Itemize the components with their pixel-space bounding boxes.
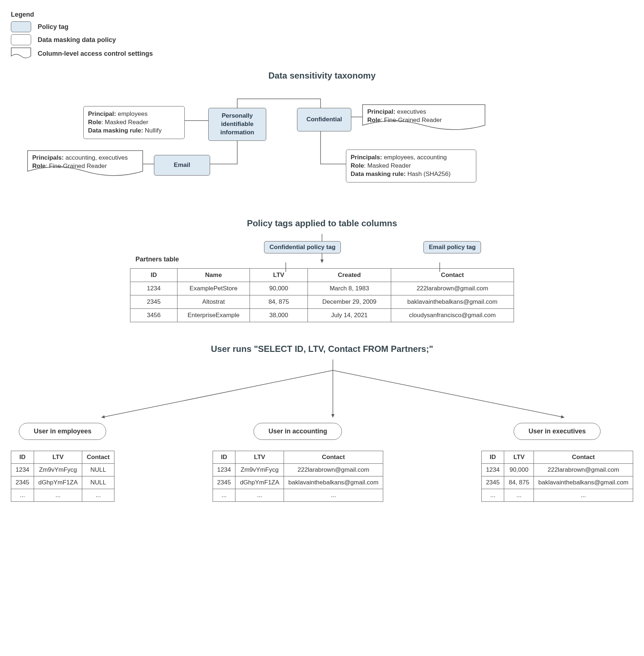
employees-table: IDLTVContact 1234Zm9vYmFycgNULL 2345dGhp…: [11, 451, 114, 502]
result-executives: User in executives IDLTVContact 123490,0…: [481, 423, 633, 502]
confidential-masking-policy: Principals: employees, accounting Role: …: [346, 150, 476, 182]
email-tag: Email: [154, 155, 210, 176]
legend-swatch-masking: [11, 34, 31, 45]
result-accounting: User in accounting IDLTVContact 1234Zm9v…: [213, 423, 383, 502]
legend-title: Legend: [11, 11, 633, 18]
confidential-tag: Confidential: [297, 108, 351, 131]
section-title-taxonomy: Data sensitivity taxonomy: [11, 71, 633, 81]
svg-line-7: [101, 370, 333, 417]
table-row: 123490,000222larabrown@gmail.com: [481, 464, 633, 476]
table-row: 1234Zm9vYmFycg222larabrown@gmail.com: [213, 464, 383, 476]
table-row: .........: [213, 489, 383, 502]
legend-row-access: Column-level access control settings: [11, 47, 633, 60]
results-row: User in employees IDLTVContact 1234Zm9vY…: [11, 423, 633, 502]
table-row: .........: [11, 489, 114, 502]
section-title-query: User runs "SELECT ID, LTV, Contact FROM …: [11, 344, 633, 354]
table-header-row: ID Name LTV Created Contact: [130, 269, 514, 282]
table-row: 234584, 875baklavainthebalkans@gmail.com: [481, 476, 633, 489]
legend-swatch-access: [11, 47, 31, 60]
accounting-table: IDLTVContact 1234Zm9vYmFycg222larabrown@…: [213, 451, 383, 502]
result-employees: User in employees IDLTVContact 1234Zm9vY…: [11, 423, 114, 502]
table-row: 2345Altostrat84, 875December 29, 2009bak…: [130, 295, 514, 309]
table-row: 2345dGhpYmF1ZANULL: [11, 476, 114, 489]
svg-line-9: [333, 370, 564, 417]
taxonomy-diagram: Principal: employees Role: Masked Reader…: [11, 88, 633, 207]
pii-masking-policy: Principal: employees Role: Masked Reader…: [83, 106, 185, 139]
partners-table-label: Partners table: [135, 256, 179, 263]
user-pill-accounting: User in accounting: [254, 423, 342, 440]
partners-table-wrap: Partners table Confidential policy tag E…: [130, 268, 514, 322]
email-access: Principals: accounting, executives Role:…: [27, 150, 143, 178]
email-chip: Email policy tag: [423, 241, 481, 253]
partners-table: ID Name LTV Created Contact 1234ExampleP…: [130, 268, 514, 322]
table-row: 1234Zm9vYmFycgNULL: [11, 464, 114, 476]
pii-tag: Personally identifiable information: [208, 108, 266, 141]
table-row: 3456EnterpriseExample38,000July 14, 2021…: [130, 309, 514, 322]
user-pill-employees: User in employees: [19, 423, 106, 440]
legend-row-masking: Data masking data policy: [11, 34, 633, 45]
executives-table: IDLTVContact 123490,000222larabrown@gmai…: [481, 451, 633, 502]
legend-swatch-policy-tag: [11, 21, 31, 32]
legend-label: Column-level access control settings: [38, 50, 153, 58]
confidential-chip: Confidential policy tag: [264, 241, 341, 253]
legend-label: Data masking data policy: [38, 36, 116, 44]
confidential-access: Principal: executives Role: Fine-Grained…: [362, 104, 485, 133]
legend-row-policy-tag: Policy tag: [11, 21, 633, 32]
section-title-applied: Policy tags applied to table columns: [11, 218, 633, 228]
legend: Legend Policy tag Data masking data poli…: [11, 11, 633, 60]
table-row: 2345dGhpYmF1ZAbaklavainthebalkans@gmail.…: [213, 476, 383, 489]
table-row: .........: [481, 489, 633, 502]
table-row: 1234ExamplePetStore90,000March 8, 198322…: [130, 282, 514, 295]
user-pill-executives: User in executives: [514, 423, 601, 440]
legend-label: Policy tag: [38, 23, 68, 31]
